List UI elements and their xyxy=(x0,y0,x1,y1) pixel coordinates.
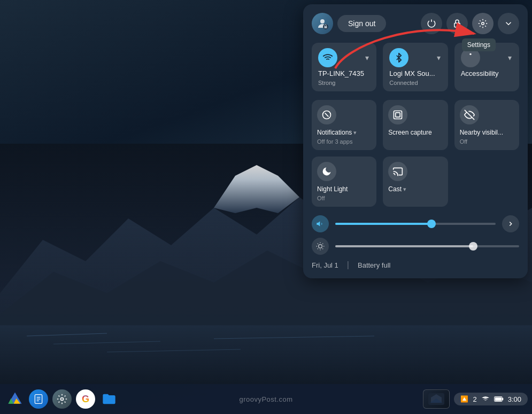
svg-point-36 xyxy=(61,398,64,401)
svg-line-25 xyxy=(318,244,318,244)
screen-capture-icon xyxy=(388,105,407,124)
toggle-row: ▾ TP-LINK_7435 Strong ▾ Logi MX Sou... C… xyxy=(312,43,519,91)
taskbar-app-icons: G xyxy=(4,388,120,410)
nearby-icon xyxy=(460,105,479,124)
nearby-sub: Off xyxy=(460,138,467,145)
night-light-control[interactable]: Night Light Off xyxy=(312,157,376,207)
svg-line-30 xyxy=(322,244,323,244)
google-icon: G xyxy=(76,389,95,409)
brightness-fill xyxy=(335,245,473,247)
tray-wifi-icon xyxy=(481,395,490,403)
volume-slider-row xyxy=(312,215,519,232)
notifications-label: Notifications xyxy=(317,129,352,136)
svg-line-17 xyxy=(325,113,329,117)
night-light-icon xyxy=(317,162,336,181)
wifi-chevron[interactable]: ▾ xyxy=(364,52,370,63)
bluetooth-toggle[interactable]: ▾ Logi MX Sou... Connected xyxy=(383,43,448,91)
taskbar-right: 🔼 2 3:00 xyxy=(423,389,528,409)
brightness-icon xyxy=(312,238,329,255)
watermark: groovyPost.com xyxy=(239,395,292,403)
svg-line-29 xyxy=(318,248,318,249)
avatar-button[interactable] xyxy=(312,13,333,34)
wifi-icon xyxy=(318,48,337,67)
bluetooth-name: Logi MX Sou... xyxy=(389,69,441,77)
settings-app-icon xyxy=(52,389,72,409)
settings-button[interactable] xyxy=(472,13,494,34)
svg-line-26 xyxy=(322,248,323,249)
volume-expand-button[interactable] xyxy=(502,215,519,232)
system-time: 3:00 xyxy=(508,395,521,403)
brightness-slider-row xyxy=(312,238,519,255)
brightness-track[interactable] xyxy=(335,245,519,247)
brightness-thumb[interactable] xyxy=(469,242,477,251)
power-button[interactable] xyxy=(421,13,442,34)
sign-out-button[interactable]: Sign out xyxy=(337,15,386,32)
quick-settings-panel: Sign out Settings xyxy=(303,4,528,278)
bluetooth-icon xyxy=(389,48,408,67)
control-grid: Notifications ▾ Off for 3 apps Screen ca… xyxy=(312,100,519,207)
files-icon xyxy=(99,389,119,409)
svg-rect-12 xyxy=(325,26,327,28)
window-thumbnail[interactable] xyxy=(423,389,450,409)
nearby-label: Nearby visibil... xyxy=(460,129,503,136)
accessibility-icon xyxy=(461,48,480,67)
panel-top-row: Sign out Settings xyxy=(312,13,519,34)
chevron-down-button[interactable] xyxy=(498,13,519,34)
taskbar-files-icon[interactable] xyxy=(98,388,120,410)
taskbar: G groovyPost.com 🔼 2 xyxy=(0,384,532,414)
notifications-chevron: ▾ xyxy=(353,129,357,136)
cast-control[interactable]: Cast ▾ xyxy=(383,157,448,207)
taskbar-drive-icon[interactable] xyxy=(4,388,26,410)
notifications-sub: Off for 3 apps xyxy=(317,138,352,145)
svg-point-22 xyxy=(319,245,322,248)
tray-up-arrow-icon: 🔼 xyxy=(460,395,468,403)
svg-point-14 xyxy=(482,22,484,25)
footer-separator: | xyxy=(347,260,349,270)
docs-icon xyxy=(29,389,48,409)
svg-point-15 xyxy=(469,53,471,55)
svg-rect-13 xyxy=(454,23,460,27)
tray-battery-icon xyxy=(494,395,504,403)
panel-footer: Fri, Jul 1 | Battery full xyxy=(312,260,519,270)
wifi-status: Strong xyxy=(318,80,370,86)
cast-chevron: ▾ xyxy=(403,186,406,193)
screen-capture-label: Screen capture xyxy=(388,129,431,136)
bluetooth-status: Connected xyxy=(389,80,441,86)
notifications-control[interactable]: Notifications ▾ Off for 3 apps xyxy=(312,100,376,150)
screen-capture-control[interactable]: Screen capture xyxy=(383,100,448,150)
accessibility-name: Accessibility xyxy=(461,69,513,77)
taskbar-google-icon[interactable]: G xyxy=(75,388,96,410)
accessibility-chevron[interactable]: ▾ xyxy=(507,52,513,63)
system-tray[interactable]: 🔼 2 3:00 xyxy=(454,393,528,405)
night-light-sub: Off xyxy=(317,195,325,201)
drive-icon xyxy=(5,389,25,409)
svg-point-10 xyxy=(320,19,325,24)
volume-icon xyxy=(312,215,329,232)
wifi-toggle[interactable]: ▾ TP-LINK_7435 Strong xyxy=(312,43,376,91)
lock-button[interactable] xyxy=(446,13,468,34)
accessibility-toggle[interactable]: ▾ Accessibility xyxy=(454,43,519,91)
tray-badge: 2 xyxy=(473,395,476,403)
notifications-icon xyxy=(317,105,336,124)
taskbar-docs-icon[interactable] xyxy=(28,388,49,410)
svg-rect-40 xyxy=(495,397,502,401)
bluetooth-chevron[interactable]: ▾ xyxy=(436,52,442,63)
footer-battery: Battery full xyxy=(358,261,390,269)
cast-label: Cast xyxy=(388,185,402,193)
taskbar-settings-icon[interactable] xyxy=(51,388,73,410)
volume-thumb[interactable] xyxy=(427,220,436,228)
volume-fill xyxy=(335,223,431,225)
footer-date: Fri, Jul 1 xyxy=(312,261,338,269)
svg-rect-39 xyxy=(502,398,503,401)
svg-rect-19 xyxy=(396,113,400,117)
svg-rect-18 xyxy=(394,111,402,119)
nearby-visibility-control[interactable]: Nearby visibil... Off xyxy=(454,100,519,150)
volume-track[interactable] xyxy=(335,223,496,225)
cast-icon xyxy=(388,162,407,181)
night-light-label: Night Light xyxy=(317,185,348,193)
wifi-name: TP-LINK_7435 xyxy=(318,69,370,77)
